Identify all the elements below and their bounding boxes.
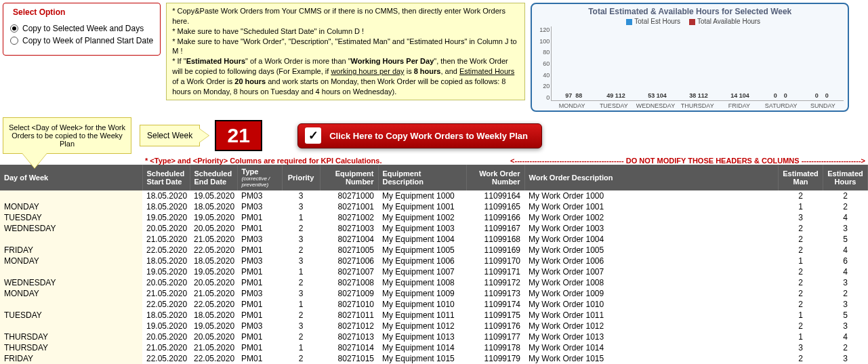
cell-man[interactable]: 1 (779, 256, 823, 266)
cell-type[interactable]: PM03 (237, 201, 282, 212)
cell-won[interactable]: 11099170 (466, 256, 524, 266)
cell-day[interactable]: MONDAY (0, 201, 142, 212)
cell-man[interactable]: 1 (779, 331, 823, 342)
cell-eqd[interactable]: My Equipment 1005 (378, 245, 466, 256)
cell-hrs[interactable]: 3 (823, 277, 868, 288)
cell-won[interactable]: 11099164 (466, 190, 524, 201)
cell-day[interactable]: WEDNESDAY (0, 223, 142, 234)
cell-ssd[interactable]: 18.05.2020 (142, 190, 190, 201)
cell-ssd[interactable]: 22.05.2020 (142, 299, 190, 310)
cell-man[interactable]: 2 (779, 190, 823, 201)
cell-day[interactable] (0, 266, 142, 277)
cell-won[interactable]: 11099169 (466, 245, 524, 256)
cell-eqd[interactable]: My Equipment 1001 (378, 201, 466, 212)
cell-ssd[interactable]: 18.05.2020 (142, 201, 190, 212)
cell-day[interactable]: TUESDAY (0, 310, 142, 321)
cell-prio[interactable]: 1 (282, 212, 320, 223)
table-row[interactable]: WEDNESDAY20.05.202020.05.2020PM012802710… (0, 223, 868, 234)
cell-prio[interactable]: 3 (282, 234, 320, 245)
cell-eqn[interactable]: 80271015 (320, 353, 378, 364)
cell-eqd[interactable]: My Equipment 1010 (378, 299, 466, 310)
cell-eqn[interactable]: 80271004 (320, 234, 378, 245)
cell-eqn[interactable]: 80271014 (320, 342, 378, 353)
cell-won[interactable]: 11099168 (466, 234, 524, 245)
cell-ssd[interactable]: 19.05.2020 (142, 266, 190, 277)
cell-type[interactable]: PM01 (237, 310, 282, 321)
cell-man[interactable]: 1 (779, 310, 823, 321)
cell-wod[interactable]: My Work Order 1013 (524, 331, 779, 342)
cell-wod[interactable]: My Work Order 1007 (524, 266, 779, 277)
table-row[interactable]: FRIDAY22.05.202022.05.2020PM01280271005M… (0, 245, 868, 256)
cell-type[interactable]: PM01 (237, 299, 282, 310)
cell-wod[interactable]: My Work Order 1015 (524, 353, 779, 364)
radio-copy-planned[interactable]: Copy to Week of Planned Start Date (10, 36, 153, 45)
cell-sed[interactable]: 22.05.2020 (190, 245, 237, 256)
cell-type[interactable]: PM03 (237, 234, 282, 245)
cell-wod[interactable]: My Work Order 1011 (524, 310, 779, 321)
cell-man[interactable]: 2 (779, 299, 823, 310)
cell-eqd[interactable]: My Equipment 1013 (378, 331, 466, 342)
cell-sed[interactable]: 18.05.2020 (190, 310, 237, 321)
cell-day[interactable]: WEDNESDAY (0, 277, 142, 288)
cell-ssd[interactable]: 18.05.2020 (142, 310, 190, 321)
cell-hrs[interactable]: 2 (823, 201, 868, 212)
cell-prio[interactable]: 2 (282, 310, 320, 321)
cell-ssd[interactable]: 18.05.2020 (142, 256, 190, 266)
cell-eqn[interactable]: 80271007 (320, 266, 378, 277)
cell-ssd[interactable]: 22.05.2020 (142, 353, 190, 364)
cell-day[interactable]: FRIDAY (0, 245, 142, 256)
cell-won[interactable]: 11099171 (466, 266, 524, 277)
cell-type[interactable]: PM03 (237, 288, 282, 299)
cell-ssd[interactable]: 19.05.2020 (142, 212, 190, 223)
cell-sed[interactable]: 21.05.2020 (190, 288, 237, 299)
cell-sed[interactable]: 21.05.2020 (190, 342, 237, 353)
cell-type[interactable]: PM01 (237, 245, 282, 256)
cell-man[interactable]: 2 (779, 245, 823, 256)
cell-eqd[interactable]: My Equipment 1009 (378, 288, 466, 299)
cell-ssd[interactable]: 22.05.2020 (142, 245, 190, 256)
cell-ssd[interactable]: 20.05.2020 (142, 277, 190, 288)
cell-prio[interactable]: 1 (282, 342, 320, 353)
cell-eqd[interactable]: My Equipment 1000 (378, 190, 466, 201)
cell-man[interactable]: 2 (779, 234, 823, 245)
cell-wod[interactable]: My Work Order 1000 (524, 190, 779, 201)
cell-ssd[interactable]: 20.05.2020 (142, 223, 190, 234)
cell-man[interactable]: 2 (779, 266, 823, 277)
cell-eqd[interactable]: My Equipment 1007 (378, 266, 466, 277)
cell-man[interactable]: 2 (779, 321, 823, 331)
cell-type[interactable]: PM01 (237, 277, 282, 288)
cell-man[interactable]: 3 (779, 212, 823, 223)
cell-eqd[interactable]: My Equipment 1015 (378, 353, 466, 364)
cell-wod[interactable]: My Work Order 1005 (524, 245, 779, 256)
table-row[interactable]: TUESDAY19.05.202019.05.2020PM01180271002… (0, 212, 868, 223)
cell-won[interactable]: 11099173 (466, 288, 524, 299)
cell-eqn[interactable]: 80271010 (320, 299, 378, 310)
cell-eqn[interactable]: 80271000 (320, 190, 378, 201)
cell-ssd[interactable]: 21.05.2020 (142, 342, 190, 353)
cell-day[interactable] (0, 299, 142, 310)
cell-won[interactable]: 11099165 (466, 201, 524, 212)
table-row[interactable]: WEDNESDAY20.05.202020.05.2020PM012802710… (0, 277, 868, 288)
cell-eqd[interactable]: My Equipment 1014 (378, 342, 466, 353)
cell-hrs[interactable]: 3 (823, 299, 868, 310)
cell-sed[interactable]: 20.05.2020 (190, 277, 237, 288)
cell-won[interactable]: 11099179 (466, 353, 524, 364)
cell-won[interactable]: 11099175 (466, 310, 524, 321)
cell-type[interactable]: PM03 (237, 190, 282, 201)
cell-prio[interactable]: 2 (282, 245, 320, 256)
cell-hrs[interactable]: 3 (823, 223, 868, 234)
table-row[interactable]: MONDAY18.05.202018.05.2020PM03380271001M… (0, 201, 868, 212)
table-row[interactable]: 19.05.202019.05.2020PM03380271012My Equi… (0, 321, 868, 331)
table-row[interactable]: 19.05.202019.05.2020PM01180271007My Equi… (0, 266, 868, 277)
cell-won[interactable]: 11099167 (466, 223, 524, 234)
cell-wod[interactable]: My Work Order 1001 (524, 201, 779, 212)
cell-prio[interactable]: 2 (282, 353, 320, 364)
cell-eqd[interactable]: My Equipment 1002 (378, 212, 466, 223)
cell-prio[interactable]: 3 (282, 321, 320, 331)
cell-man[interactable]: 2 (779, 288, 823, 299)
cell-wod[interactable]: My Work Order 1009 (524, 288, 779, 299)
cell-won[interactable]: 11099178 (466, 342, 524, 353)
cell-hrs[interactable]: 2 (823, 288, 868, 299)
cell-eqn[interactable]: 80271013 (320, 331, 378, 342)
cell-type[interactable]: PM01 (237, 331, 282, 342)
